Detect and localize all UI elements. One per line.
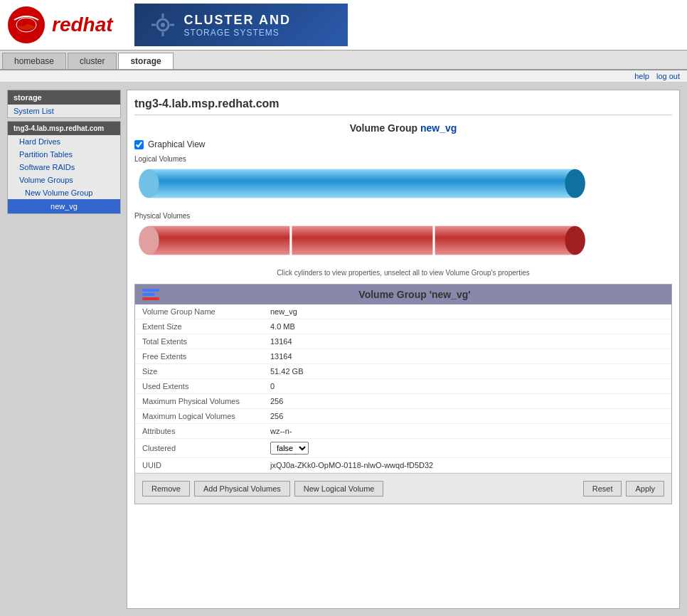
prop-value-uuid: jxQJ0a-ZKk0-OpMO-0118-nlwO-wwqd-fD5D32: [263, 458, 671, 473]
prop-value-max-lv: 256: [263, 409, 671, 424]
sidebar-item-hard-drives[interactable]: Hard Drives: [8, 135, 120, 148]
physical-volumes-cylinder[interactable]: [134, 221, 590, 260]
cluster-icon: [149, 11, 177, 39]
sidebar-item-new-volume-group[interactable]: New Volume Group: [8, 186, 120, 199]
svg-point-10: [139, 169, 159, 198]
prop-uuid: UUID jxQJ0a-ZKk0-OpMO-0118-nlwO-wwqd-fD5…: [135, 458, 671, 473]
banner-title: CLUSTER AND: [184, 13, 291, 28]
prop-max-lv: Maximum Logical Volumes 256: [135, 409, 671, 424]
prop-size: Size 51.42 GB: [135, 364, 671, 379]
sidebar: storage System List tng3-4.lab.msp.redha…: [7, 90, 121, 609]
prop-value-size: 51.42 GB: [263, 364, 671, 379]
prop-label-extent-size: Extent Size: [135, 319, 263, 334]
storage-box: storage System List: [7, 90, 121, 118]
new-logical-volume-button[interactable]: New Logical Volume: [294, 481, 384, 496]
sidebar-item-partition-tables[interactable]: Partition Tables: [8, 148, 120, 161]
prop-label-total-extents: Total Extents: [135, 334, 263, 349]
prop-value-total-extents: 13164: [263, 334, 671, 349]
svg-rect-12: [149, 226, 289, 255]
prop-max-pv: Maximum Physical Volumes 256: [135, 394, 671, 409]
sidebar-item-software-raids[interactable]: Software RAIDs: [8, 161, 120, 174]
vg-name-link[interactable]: new_vg: [420, 122, 457, 134]
svg-rect-15: [292, 226, 432, 255]
sidebar-item-system-list[interactable]: System List: [8, 105, 120, 117]
vg-title: Volume Group new_vg: [134, 122, 672, 134]
prop-value-vg-name: new_vg: [263, 304, 671, 319]
svg-rect-16: [433, 226, 435, 255]
prop-label-attributes: Attributes: [135, 424, 263, 439]
prop-label-uuid: UUID: [135, 458, 263, 473]
graphical-view-checkbox[interactable]: [134, 140, 144, 149]
physical-volumes-label: Physical Volumes: [134, 212, 672, 220]
header: redhat CLUSTER AND STORAGE SYSTEMS: [0, 0, 687, 51]
host-header: tng3-4.lab.msp.redhat.com: [8, 122, 120, 135]
tab-homebase[interactable]: homebase: [2, 53, 66, 69]
cluster-banner: CLUSTER AND STORAGE SYSTEMS: [134, 4, 348, 46]
add-physical-volumes-button[interactable]: Add Physical Volumes: [194, 481, 290, 496]
prop-vg-name: Volume Group Name new_vg: [135, 304, 671, 319]
properties-table: Volume Group Name new_vg Extent Size 4.0…: [135, 304, 671, 473]
content-area: tng3-4.lab.msp.redhat.com Volume Group n…: [127, 90, 680, 609]
prop-value-max-pv: 256: [263, 394, 671, 409]
prop-value-clustered: false true: [263, 439, 671, 458]
main-content: storage System List tng3-4.lab.msp.redha…: [0, 83, 687, 616]
tab-cluster[interactable]: cluster: [68, 53, 117, 69]
help-link[interactable]: help: [634, 72, 649, 80]
prop-label-max-lv: Maximum Logical Volumes: [135, 409, 263, 424]
sidebar-item-new-vg-active[interactable]: new_vg: [8, 199, 120, 213]
graphical-view-label: Graphical View: [148, 139, 205, 149]
prop-label-clustered: Clustered: [135, 439, 263, 458]
info-header-icon: [142, 289, 159, 300]
storage-sidebar-header: storage: [8, 90, 120, 105]
svg-point-2: [19, 19, 26, 26]
prop-label-vg-name: Volume Group Name: [135, 304, 263, 319]
reset-button[interactable]: Reset: [583, 481, 622, 496]
prop-label-size: Size: [135, 364, 263, 379]
svg-point-11: [565, 169, 585, 198]
info-panel-title: Volume Group 'new_vg': [165, 289, 664, 300]
vg-title-prefix: Volume Group: [350, 122, 420, 134]
prop-extent-size: Extent Size 4.0 MB: [135, 319, 671, 334]
prop-free-extents: Free Extents 13164: [135, 349, 671, 364]
prop-value-used-extents: 0: [263, 379, 671, 394]
prop-value-extent-size: 4.0 MB: [263, 319, 671, 334]
svg-rect-14: [289, 226, 292, 255]
click-hint: Click cylinders to view properties, unse…: [134, 269, 672, 277]
stripe-blue-2: [142, 293, 155, 296]
logical-volumes-label: Logical Volumes: [134, 155, 672, 163]
logical-volumes-section: Logical Volumes: [134, 155, 672, 205]
prop-label-used-extents: Used Extents: [135, 379, 263, 394]
svg-rect-9: [149, 169, 575, 198]
buttons-row: Remove Add Physical Volumes New Logical …: [135, 473, 671, 504]
host-box: tng3-4.lab.msp.redhat.com Hard Drives Pa…: [7, 121, 121, 214]
top-bar: help log out: [0, 70, 687, 83]
logout-link[interactable]: log out: [656, 72, 680, 80]
graphical-view-bar: Graphical View: [134, 139, 672, 149]
svg-rect-17: [435, 226, 575, 255]
svg-point-13: [139, 226, 159, 255]
banner-text-group: CLUSTER AND STORAGE SYSTEMS: [184, 13, 291, 38]
redhat-logo-icon: [7, 6, 46, 45]
page-title: tng3-4.lab.msp.redhat.com: [134, 97, 672, 115]
remove-button[interactable]: Remove: [142, 481, 190, 496]
svg-point-18: [565, 226, 585, 255]
tab-storage[interactable]: storage: [118, 53, 173, 69]
prop-used-extents: Used Extents 0: [135, 379, 671, 394]
logical-volumes-cylinder[interactable]: [134, 164, 590, 203]
prop-clustered: Clustered false true: [135, 439, 671, 458]
banner-subtitle: STORAGE SYSTEMS: [184, 28, 291, 38]
svg-point-4: [161, 23, 165, 27]
stripe-blue-1: [142, 289, 159, 292]
sidebar-item-volume-groups[interactable]: Volume Groups: [8, 174, 120, 186]
physical-volumes-section: Physical Volumes: [134, 212, 672, 262]
prop-label-free-extents: Free Extents: [135, 349, 263, 364]
prop-label-max-pv: Maximum Physical Volumes: [135, 394, 263, 409]
logo-area: redhat: [7, 6, 113, 45]
redhat-logo-text: redhat: [52, 14, 113, 36]
info-panel: Volume Group 'new_vg' Volume Group Name …: [134, 284, 672, 504]
nav-bar: homebase cluster storage: [0, 51, 687, 70]
info-header: Volume Group 'new_vg': [135, 285, 671, 304]
clustered-dropdown[interactable]: false true: [270, 442, 309, 455]
apply-button[interactable]: Apply: [626, 481, 664, 496]
prop-total-extents: Total Extents 13164: [135, 334, 671, 349]
